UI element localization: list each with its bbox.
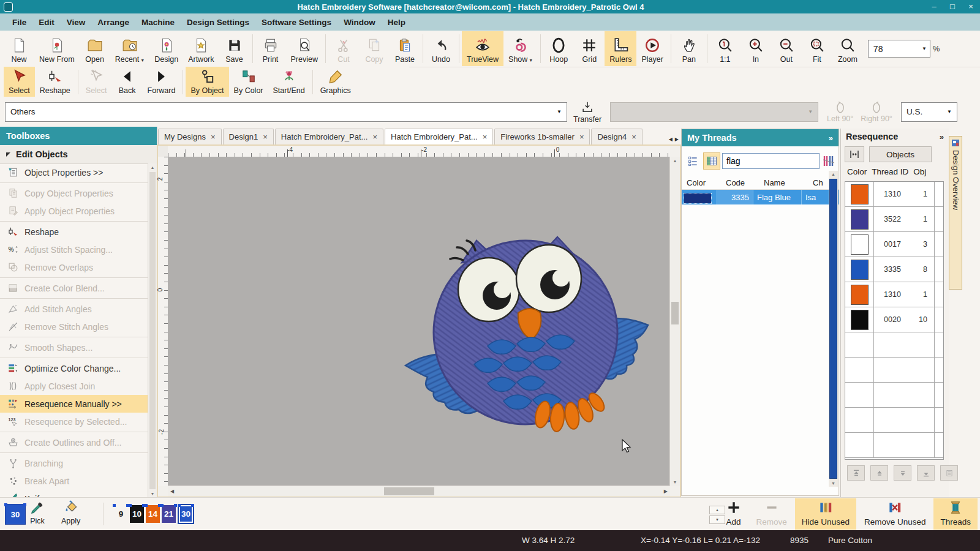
tab-design4[interactable]: Design4× [591,129,642,144]
menu-help[interactable]: Help [382,16,412,29]
apply-color-button[interactable]: Apply [61,500,80,525]
scroll-up-icon[interactable]: ▲ [670,159,680,163]
tab-fireworks-1b-smaller[interactable]: Fireworks 1b-smaller× [494,129,590,144]
preview-button[interactable]: Preview [286,31,323,66]
toolbox-item-resequence-manually[interactable]: Resequence Manually >> [0,395,148,413]
menu-software-settings[interactable]: Software Settings [255,16,337,29]
palette-swatch-30[interactable]: 30 [178,504,194,524]
resequence-row[interactable]: 00173 [845,232,943,257]
tab-close-icon[interactable]: × [631,132,636,141]
chevron-down-icon[interactable]: ▼ [919,46,930,51]
scroll-left-icon[interactable]: ◀ [170,486,174,497]
move-to-top-button[interactable] [847,465,865,481]
section-edit-objects[interactable]: Edit Objects [0,145,157,164]
new-from-button[interactable]: New From [34,31,80,66]
open-button[interactable]: Open [80,31,110,66]
scroll-up-icon[interactable]: ▲ [829,172,838,176]
move-down-button[interactable] [894,465,911,481]
tab-scroll-left-icon[interactable]: ◀ [669,137,673,142]
menu-view[interactable]: View [61,16,92,29]
thread-column-color[interactable]: Color [682,178,721,187]
zoom-button[interactable]: Zoom [832,31,863,66]
toolbox-item-optimize-color-change[interactable]: Optimize Color Change... [0,359,148,377]
collapse-panel-icon[interactable]: » [829,133,833,143]
owl-embroidery-design[interactable] [397,234,654,437]
scrollbar-thumb[interactable] [384,487,434,495]
minimize-button[interactable]: – [925,0,943,13]
scroll-down-icon[interactable]: ▼ [670,480,680,484]
collapse-panel-icon[interactable]: » [940,132,944,141]
rulers-button[interactable]: Rulers [605,31,636,66]
fit-columns-button[interactable] [845,146,864,162]
design-canvas[interactable] [168,157,670,486]
tab-close-icon[interactable]: × [211,132,216,141]
hide-unused-button[interactable]: Hide Unused [795,498,856,530]
tab-scroll-right-icon[interactable]: ▶ [675,137,679,142]
palette-swatch-21[interactable]: 21 [162,505,176,523]
menu-window[interactable]: Window [337,16,382,29]
palette-swatch-14[interactable]: 14 [146,505,160,523]
hoop-button[interactable]: Hoop [543,31,574,66]
scroll-right-icon[interactable]: ▶ [664,486,668,497]
canvas-vertical-scrollbar[interactable]: ▲ ▼ [669,157,680,486]
remove-unused-button[interactable]: Remove Unused [858,498,933,530]
resequence-row[interactable]: 13101 [845,282,943,307]
scroll-down-icon[interactable]: ▼ [829,481,838,485]
move-to-bottom-button[interactable] [917,465,935,481]
thread-column-code[interactable]: Code [721,178,759,187]
show-button[interactable]: Show▼ [503,31,538,66]
toolbox-item-object-properties[interactable]: Object Properties >> [0,163,148,181]
maximize-button[interactable]: □ [943,0,962,13]
current-color-swatch[interactable]: 30 [5,504,26,525]
tab-close-icon[interactable]: × [579,132,584,141]
pan-button[interactable]: Pan [674,31,704,66]
save-button[interactable]: Save [219,31,250,66]
player-button[interactable]: Player [636,31,668,66]
undo-button[interactable]: Undo [426,31,456,66]
threads-button[interactable]: Threads [933,498,978,530]
edit-select-button[interactable]: Select [4,67,35,97]
grid-button[interactable]: Grid [574,31,605,66]
close-button[interactable]: × [962,0,980,13]
objects-button[interactable]: Objects [869,146,932,162]
toolbox-scrollbar[interactable]: ▲ ▼ [148,163,157,498]
tab-my-designs[interactable]: My Designs× [158,129,222,144]
tab-close-icon[interactable]: × [483,132,488,141]
pick-color-button[interactable]: Pick [29,500,45,525]
print-button[interactable]: Print [255,31,286,66]
scrollbar-thumb[interactable] [829,179,837,479]
chart-view-button[interactable] [703,152,720,170]
resequence-row[interactable]: 35221 [845,207,943,232]
design-overview-tab[interactable]: Design Overview [949,136,962,290]
new-button[interactable]: New [4,31,34,66]
units-combobox[interactable]: U.S. ▼ [901,102,957,122]
thread-column-name[interactable]: Name [759,178,808,187]
out-button[interactable]: Out [771,31,802,66]
thread-scrollbar[interactable]: ▲ ▼ [829,171,838,487]
scroll-down-icon[interactable]: ▼ [148,492,157,496]
thread-search-input[interactable] [722,153,820,169]
menu-arrange[interactable]: Arrange [91,16,135,29]
menu-machine[interactable]: Machine [135,16,181,29]
resequence-row[interactable]: 33358 [845,257,943,282]
resequence-row[interactable]: 002010 [845,307,943,332]
in-button[interactable]: In [741,31,771,66]
edit-start-end-button[interactable]: Start/End [268,67,310,97]
1-1-button[interactable]: 1:1 [710,31,741,66]
scroll-up-icon[interactable]: ▲ [148,165,157,170]
fit-button[interactable]: Fit [802,31,832,66]
paste-button[interactable]: Paste [390,31,420,66]
tab-hatch-embroidery-pat[interactable]: Hatch Embroidery_Pat...× [275,129,383,144]
toolbox-item-reshape[interactable]: Reshape [0,223,148,241]
menu-design-settings[interactable]: Design Settings [181,16,255,29]
palette-swatch-9[interactable]: 9 [114,505,128,523]
move-up-button[interactable] [870,465,888,481]
transfer-button[interactable]: Transfer [573,100,601,124]
scrollbar-thumb[interactable] [149,172,156,489]
zoom-level-input[interactable]: 78▼ [868,40,930,58]
resequence-row[interactable]: 13101 [845,182,943,207]
tab-close-icon[interactable]: × [372,132,377,141]
edit-reshape-button[interactable]: Reshape [35,67,75,97]
design-button[interactable]: Design [149,31,183,66]
edit-graphics-button[interactable]: Graphics [315,67,356,97]
